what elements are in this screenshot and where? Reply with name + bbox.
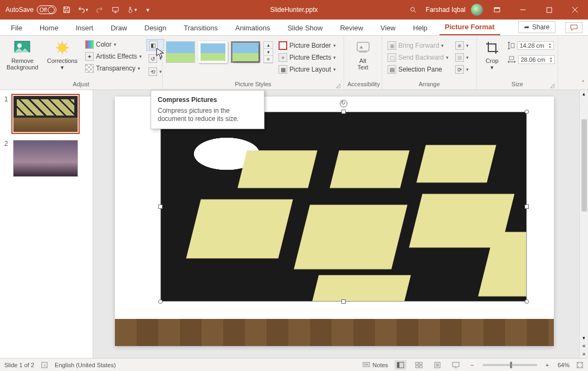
fit-to-window-button[interactable] <box>576 361 584 369</box>
prev-slide-icon[interactable]: « <box>581 342 587 350</box>
zoom-slider[interactable] <box>483 364 537 366</box>
reset-picture-button[interactable]: ⟲▾ <box>146 66 164 77</box>
touch-mode-icon[interactable]: ▾ <box>126 4 138 16</box>
tab-review[interactable]: Review <box>334 21 369 35</box>
vertical-scrollbar[interactable]: ▴ ▾ « » <box>579 90 588 358</box>
size-launcher[interactable]: ◿ <box>550 82 555 88</box>
autosave-toggle[interactable]: AutoSave Off <box>5 5 56 14</box>
picture-styles-launcher[interactable]: ◿ <box>336 82 341 88</box>
redo-icon[interactable] <box>93 4 105 16</box>
normal-view-button[interactable] <box>395 360 406 370</box>
slide-canvas-area[interactable]: ▴ ▾ « » <box>93 90 588 358</box>
picture-border-button[interactable]: Picture Border▾ <box>276 40 338 51</box>
picture-layout-button[interactable]: ▦Picture Layout▾ <box>276 64 338 75</box>
customize-qat-icon[interactable]: ▾ <box>142 4 154 16</box>
comments-button[interactable] <box>565 22 583 33</box>
picture-effects-button[interactable]: ✧Picture Effects▾ <box>276 52 338 63</box>
collapse-ribbon-button[interactable]: ˄ <box>581 80 585 87</box>
search-icon[interactable] <box>405 4 421 16</box>
slide-sorter-view-button[interactable] <box>413 360 425 370</box>
tab-help[interactable]: Help <box>408 21 433 35</box>
tab-file[interactable]: File <box>5 21 28 35</box>
slide-thumbnail-1[interactable] <box>13 95 78 132</box>
resize-handle-bl[interactable] <box>158 299 163 304</box>
slide-thumbnails-pane[interactable]: 1 2 <box>0 90 93 358</box>
notes-toggle[interactable]: Notes <box>363 362 388 368</box>
compress-pictures-button[interactable]: ◧ <box>146 39 164 51</box>
resize-handle-b[interactable] <box>341 299 346 304</box>
selected-picture[interactable] <box>160 112 527 302</box>
width-input[interactable]: 28.06 cm▴▾ <box>507 55 555 64</box>
minimize-button[interactable] <box>511 0 535 20</box>
height-input[interactable]: 14.28 cm▴▾ <box>507 41 555 50</box>
maximize-button[interactable] <box>537 0 561 20</box>
rotate-button[interactable]: ⟳▾ <box>453 64 471 75</box>
gallery-more-icon[interactable]: ≡ <box>264 56 273 63</box>
send-backward-button[interactable]: ▢Send Backward▾ <box>385 52 451 63</box>
selection-pane-icon: ▤ <box>387 65 396 74</box>
corrections-button[interactable]: Corrections▾ <box>44 38 81 80</box>
color-button[interactable]: Color▾ <box>83 39 144 50</box>
gallery-scrollbar[interactable]: ▴▾≡ <box>263 41 273 63</box>
next-slide-icon[interactable]: » <box>581 350 587 358</box>
language-indicator[interactable]: English (United States) <box>55 362 116 368</box>
ribbon-display-options-icon[interactable] <box>485 0 509 20</box>
alt-text-button[interactable]: A Alt Text <box>347 38 378 80</box>
picture-styles-gallery[interactable]: ▴▾≡ <box>166 38 273 80</box>
picture-border-icon <box>279 41 287 50</box>
user-avatar[interactable] <box>471 4 483 16</box>
tab-picture-format[interactable]: Picture Format <box>440 20 500 35</box>
resize-handle-tr[interactable] <box>525 110 529 114</box>
close-button[interactable] <box>563 0 587 20</box>
bring-forward-button[interactable]: ▣Bring Forward▾ <box>385 40 451 51</box>
tab-transitions[interactable]: Transitions <box>178 21 223 35</box>
align-button[interactable]: ≡▾ <box>453 40 471 51</box>
pic-style-thumb-2[interactable] <box>198 41 228 63</box>
group-arrange-label: Arrange <box>385 81 473 88</box>
gallery-down-icon[interactable]: ▾ <box>264 49 273 56</box>
group-accessibility-label: Accessibility <box>347 81 378 88</box>
group-button[interactable]: ⊞▾ <box>453 52 471 63</box>
user-name[interactable]: Farshad Iqbal <box>423 6 469 14</box>
slide-canvas[interactable] <box>115 97 554 346</box>
tab-draw[interactable]: Draw <box>105 21 132 35</box>
tab-insert[interactable]: Insert <box>70 21 99 35</box>
slide-indicator[interactable]: Slide 1 of 2 <box>4 362 34 368</box>
save-icon[interactable] <box>61 4 73 16</box>
svg-rect-11 <box>509 56 514 60</box>
crop-button[interactable]: Crop▾ <box>480 38 504 80</box>
slideshow-view-button[interactable] <box>450 360 462 370</box>
resize-handle-t[interactable] <box>341 110 346 114</box>
svg-rect-14 <box>363 362 370 367</box>
accessibility-check-icon[interactable]: ? <box>41 361 48 369</box>
undo-icon[interactable]: ▾ <box>77 4 89 16</box>
slide-thumbnail-2[interactable] <box>13 140 78 177</box>
tab-home[interactable]: Home <box>34 21 64 35</box>
pic-style-thumb-3[interactable] <box>231 41 260 63</box>
svg-rect-19 <box>416 366 418 368</box>
pic-style-thumb-1[interactable] <box>166 41 195 63</box>
tab-slideshow[interactable]: Slide Show <box>282 21 328 35</box>
present-from-beginning-icon[interactable] <box>109 4 121 16</box>
share-button[interactable]: ➦Share <box>518 21 555 33</box>
artistic-effects-button[interactable]: ✦Artistic Effects▾ <box>83 51 144 62</box>
tab-view[interactable]: View <box>375 21 401 35</box>
selection-pane-button[interactable]: ▤Selection Pane <box>385 64 451 75</box>
scrollbar-thumb[interactable] <box>581 119 587 212</box>
transparency-button[interactable]: Transparency▾ <box>83 63 144 74</box>
change-picture-button[interactable]: ↺▾ <box>146 53 164 64</box>
tab-animations[interactable]: Animations <box>230 21 275 35</box>
resize-handle-r[interactable] <box>525 204 529 209</box>
scroll-down-icon[interactable]: ▾ <box>581 334 586 342</box>
resize-handle-l[interactable] <box>158 204 163 209</box>
gallery-up-icon[interactable]: ▴ <box>264 42 273 49</box>
rotation-handle[interactable] <box>340 100 347 107</box>
tab-design[interactable]: Design <box>139 21 172 35</box>
remove-background-button[interactable]: Remove Background <box>3 38 42 80</box>
scroll-up-icon[interactable]: ▴ <box>581 90 586 98</box>
resize-handle-br[interactable] <box>525 299 529 304</box>
zoom-out-button[interactable]: − <box>468 362 476 368</box>
reading-view-button[interactable] <box>431 360 443 370</box>
zoom-in-button[interactable]: + <box>544 362 551 368</box>
zoom-level[interactable]: 64% <box>558 362 570 368</box>
